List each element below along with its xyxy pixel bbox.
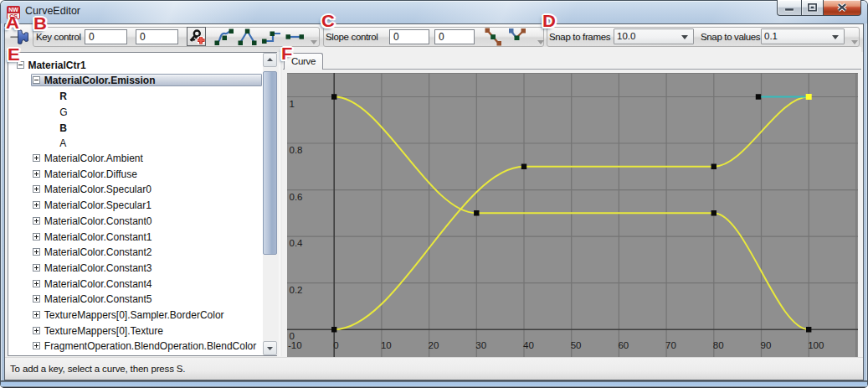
svg-text:0: 0 — [333, 340, 338, 350]
svg-text:50: 50 — [571, 340, 582, 350]
svg-text:100: 100 — [808, 340, 824, 350]
svg-text:30: 30 — [475, 340, 486, 350]
svg-text:0.4: 0.4 — [290, 238, 304, 248]
svg-text:60: 60 — [618, 340, 629, 350]
svg-text:0.6: 0.6 — [290, 192, 303, 202]
svg-text:20: 20 — [429, 340, 439, 350]
svg-text:-10: -10 — [288, 340, 302, 350]
svg-text:80: 80 — [713, 340, 724, 350]
svg-text:1: 1 — [290, 99, 295, 109]
svg-text:40: 40 — [523, 340, 534, 350]
svg-text:90: 90 — [761, 340, 772, 350]
svg-text:70: 70 — [665, 340, 676, 350]
svg-text:0.8: 0.8 — [290, 145, 303, 155]
svg-text:0.2: 0.2 — [290, 285, 303, 295]
svg-text:10: 10 — [381, 340, 392, 350]
